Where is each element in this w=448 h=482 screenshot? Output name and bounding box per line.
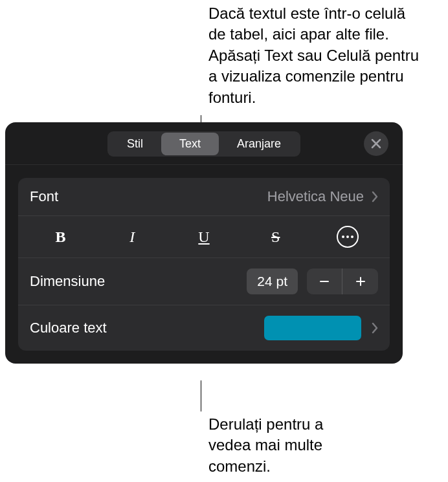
callout-top-text: Dacă textul este într-o celulă de tabel,… — [208, 3, 422, 108]
tab-bar: Stil Text Aranjare — [5, 122, 403, 165]
callout-bottom-text: Derulați pentru a vedea mai multe comenz… — [208, 414, 364, 477]
format-panel: Stil Text Aranjare Font Helvetica Neue B… — [5, 122, 403, 364]
callout-bottom-line — [201, 380, 201, 411]
style-row: B I U S — [18, 216, 390, 258]
font-label: Font — [30, 188, 58, 205]
more-options-button[interactable] — [328, 225, 367, 248]
font-row[interactable]: Font Helvetica Neue — [18, 178, 390, 216]
close-icon — [371, 138, 381, 149]
plus-icon — [354, 275, 367, 288]
close-button[interactable] — [364, 131, 388, 156]
size-label: Dimensiune — [30, 273, 105, 290]
minus-icon — [318, 275, 331, 288]
chevron-right-icon — [372, 322, 378, 334]
text-color-label: Culoare text — [30, 320, 107, 336]
size-value[interactable]: 24 pt — [247, 268, 298, 294]
tab-aranjare[interactable]: Aranjare — [219, 133, 299, 155]
text-color-swatch[interactable] — [264, 316, 361, 340]
more-icon — [337, 226, 359, 248]
size-controls: 24 pt — [247, 268, 378, 294]
tab-text[interactable]: Text — [161, 133, 219, 155]
italic-button[interactable]: I — [113, 225, 151, 248]
underline-button[interactable]: U — [185, 225, 223, 248]
font-value-group: Helvetica Neue — [267, 188, 378, 205]
size-increase-button[interactable] — [342, 268, 378, 294]
text-color-row[interactable]: Culoare text — [18, 305, 390, 351]
font-value: Helvetica Neue — [267, 188, 364, 205]
size-row: Dimensiune 24 pt — [18, 258, 390, 305]
tab-group: Stil Text Aranjare — [107, 131, 300, 157]
chevron-right-icon — [372, 191, 378, 203]
bold-button[interactable]: B — [41, 225, 80, 248]
font-section: Font Helvetica Neue B I U S Dimensiune — [18, 178, 390, 351]
size-stepper — [307, 268, 378, 294]
strikethrough-button[interactable]: S — [256, 225, 295, 248]
size-decrease-button[interactable] — [307, 268, 342, 294]
text-color-group — [264, 316, 378, 340]
tab-stil[interactable]: Stil — [109, 133, 161, 155]
